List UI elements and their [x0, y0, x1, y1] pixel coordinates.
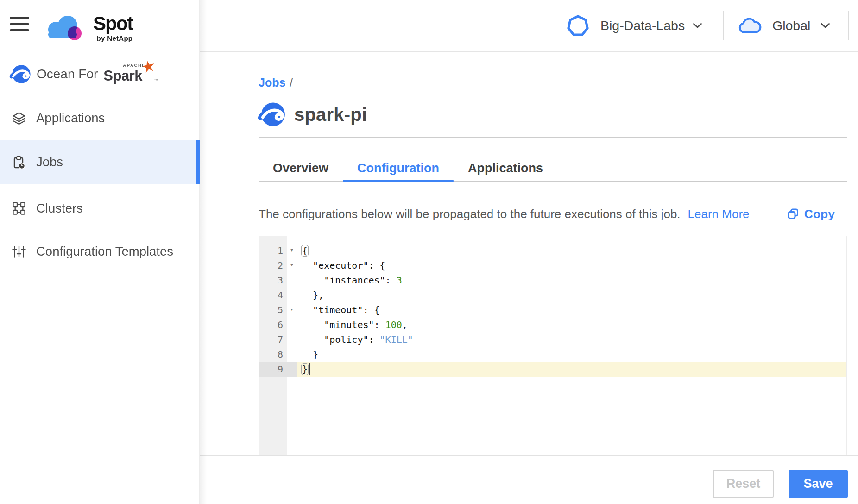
- sidebar-item-configuration-templates[interactable]: Configuration Templates: [0, 239, 200, 264]
- json-editor[interactable]: 1 ▾ { 2 ▾ "executor": { 3 "instances": 3…: [259, 236, 847, 455]
- editor-lines: 1 ▾ { 2 ▾ "executor": { 3 "instances": 3…: [259, 243, 846, 377]
- editor-line: 5 ▾ "timeout": {: [259, 302, 846, 317]
- copy-icon: [787, 208, 799, 220]
- org-name: Big-Data-Labs: [600, 18, 685, 33]
- tab-bar: Overview Configuration Applications: [259, 156, 847, 182]
- sidebar: Spot by NetApp Ocean For APACHE Spark ★ …: [0, 0, 200, 504]
- org-selector[interactable]: Big-Data-Labs: [567, 0, 702, 51]
- sidebar-item-label: Configuration Templates: [36, 244, 173, 259]
- sidebar-item-clusters[interactable]: Clusters: [0, 196, 200, 221]
- line-number: 7: [259, 332, 287, 347]
- editor-line: 7 "policy": "KILL": [259, 332, 846, 347]
- editor-line-active: 9 }: [259, 362, 846, 377]
- header-right-divider: [848, 11, 849, 40]
- line-number: 4: [259, 288, 287, 302]
- tab-applications[interactable]: Applications: [454, 156, 557, 181]
- save-button[interactable]: Save: [789, 470, 848, 498]
- scope-name: Global: [772, 18, 810, 33]
- reset-button[interactable]: Reset: [713, 470, 774, 498]
- sidebar-item-jobs[interactable]: Jobs: [0, 140, 200, 184]
- spot-cloud-icon: [43, 13, 89, 45]
- editor-line: 3 "instances": 3: [259, 273, 846, 288]
- line-number: 9: [259, 362, 287, 377]
- ocean-wave-icon: [9, 63, 32, 85]
- chevron-down-icon: [820, 23, 830, 29]
- sliders-icon: [12, 245, 26, 258]
- editor-line: 8 }: [259, 347, 846, 362]
- breadcrumb-separator: /: [290, 76, 293, 89]
- sidebar-item-label: Applications: [36, 111, 105, 126]
- hamburger-menu-icon[interactable]: [10, 17, 29, 32]
- copy-button[interactable]: Copy: [787, 207, 835, 221]
- line-number: 3: [259, 273, 287, 288]
- header-vertical-divider: [723, 11, 724, 40]
- editor-line: 2 ▾ "executor": {: [259, 258, 846, 273]
- layers-icon: [12, 111, 26, 125]
- line-number: 1: [259, 243, 287, 258]
- editor-line: 1 ▾ {: [259, 243, 846, 258]
- header-divider: [200, 51, 858, 52]
- sidebar-item-applications[interactable]: Applications: [0, 106, 200, 131]
- configuration-description-row: The configurations below will be propaga…: [259, 206, 847, 222]
- editor-line: 4 },: [259, 288, 846, 302]
- apache-spark-logo: APACHE Spark ★ ™: [103, 63, 151, 85]
- copy-label: Copy: [804, 207, 835, 221]
- breadcrumb: Jobs/: [259, 76, 293, 89]
- fold-toggle-icon[interactable]: ▾: [287, 258, 297, 273]
- app-window: Spot by NetApp Ocean For APACHE Spark ★ …: [0, 0, 858, 504]
- chevron-down-icon: [693, 23, 702, 29]
- json-number-token: 3: [397, 275, 402, 286]
- page-title-row: spark-pi: [258, 100, 367, 129]
- brand-name: Spot: [93, 13, 132, 34]
- ocean-for-label: Ocean For: [37, 67, 98, 82]
- spark-trademark: ™: [154, 78, 158, 83]
- tab-overview[interactable]: Overview: [259, 156, 343, 181]
- clipboard-clock-icon: [12, 155, 26, 169]
- editor-line: 6 "minutes": 100,: [259, 317, 846, 332]
- learn-more-link[interactable]: Learn More: [688, 207, 750, 221]
- json-number-token: 100: [385, 319, 402, 330]
- fold-toggle-icon[interactable]: ▾: [287, 302, 297, 317]
- footer-action-bar: Reset Save: [200, 455, 858, 504]
- ocean-job-icon: [258, 100, 286, 129]
- cloud-icon: [738, 16, 762, 35]
- line-number: 2: [259, 258, 287, 273]
- sidebar-item-label: Jobs: [36, 155, 63, 170]
- configuration-description: The configurations below will be propaga…: [259, 207, 681, 221]
- title-divider: [259, 137, 847, 138]
- sidebar-item-ocean-for-spark[interactable]: Ocean For APACHE Spark ★ ™: [9, 61, 151, 88]
- brand-byline: by NetApp: [93, 34, 132, 42]
- matched-bracket: }: [302, 364, 308, 375]
- breadcrumb-jobs-link[interactable]: Jobs: [259, 76, 285, 89]
- line-number: 5: [259, 302, 287, 317]
- matched-bracket: {: [302, 245, 308, 256]
- line-number: 8: [259, 347, 287, 362]
- spot-logo[interactable]: Spot by NetApp: [43, 13, 132, 45]
- fold-toggle-icon[interactable]: ▾: [287, 243, 297, 258]
- page-title: spark-pi: [294, 104, 367, 125]
- text-cursor: [309, 363, 310, 375]
- line-number: 6: [259, 317, 287, 332]
- spark-wordmark: Spark: [103, 68, 142, 84]
- clusters-nodes-icon: [12, 202, 26, 215]
- scope-selector[interactable]: Global: [738, 0, 830, 51]
- tab-configuration[interactable]: Configuration: [343, 156, 454, 181]
- json-string-token: "KILL": [380, 334, 413, 345]
- heptagon-icon: [567, 14, 589, 37]
- sidebar-shadow: [200, 0, 207, 504]
- sidebar-item-label: Clusters: [36, 201, 83, 216]
- active-item-accent-bar: [196, 140, 200, 184]
